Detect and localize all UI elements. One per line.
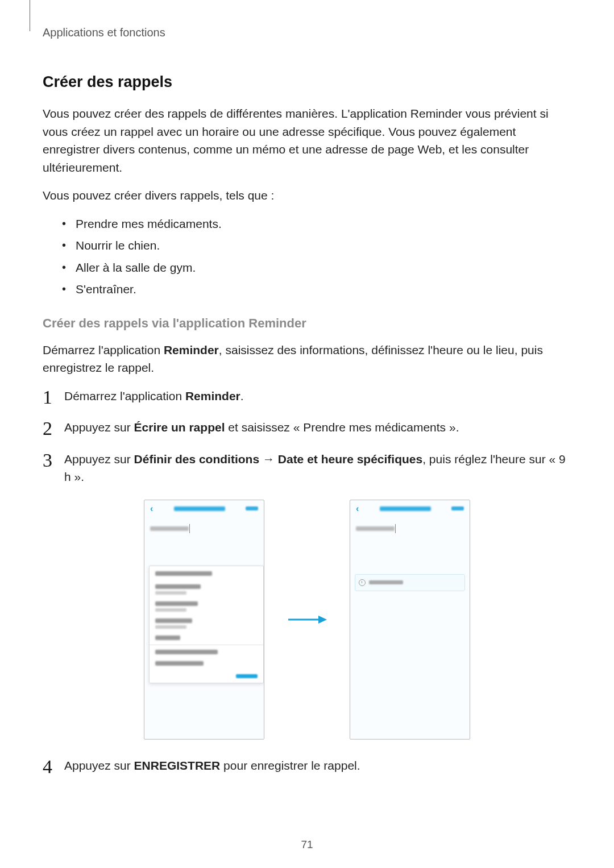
text-blur	[155, 601, 198, 606]
text: Appuyez sur	[64, 759, 134, 772]
text: Démarrez l'application	[64, 389, 185, 402]
text: pour enregistrer le rappel.	[220, 759, 360, 772]
ui-label: Date et heure spécifiques	[278, 452, 422, 466]
step-item: Appuyez sur ENREGISTRER pour enregistrer…	[43, 757, 571, 775]
ui-label: Écrire un rappel	[134, 421, 225, 434]
sub-paragraph: Démarrez l'application Reminder, saisiss…	[43, 341, 571, 377]
text-blur	[155, 584, 201, 589]
section-title: Créer des rappels	[43, 73, 571, 91]
examples-lead: Vous pouvez créer divers rappels, tels q…	[43, 186, 571, 205]
arrow-icon	[287, 614, 327, 625]
list-item: Aller à la salle de gym.	[62, 259, 571, 277]
text-blur	[155, 625, 186, 629]
text: Appuyez sur	[64, 452, 134, 466]
text-blur	[155, 608, 186, 612]
screen-title-blur	[380, 506, 431, 511]
list-item: Prendre mes médicaments.	[62, 215, 571, 234]
popup-option	[150, 598, 263, 615]
phone-screenshot-right: ‹	[350, 500, 470, 740]
text-blur	[155, 650, 218, 654]
side-rule	[30, 0, 30, 31]
document-page: Applications et fonctions Créer des rapp…	[0, 0, 614, 868]
text: Démarrez l'application	[43, 343, 164, 356]
app-name: Reminder	[185, 389, 240, 402]
step-item: Appuyez sur Définir des conditions → Dat…	[43, 450, 571, 486]
arrow-text: →	[259, 452, 278, 466]
text-cursor	[395, 524, 396, 533]
ui-label: ENREGISTRER	[134, 759, 221, 772]
cancel-label-blur	[236, 674, 258, 678]
step-item: Démarrez l'application Reminder.	[43, 387, 571, 405]
popup-title	[150, 566, 263, 581]
list-item: Nourrir le chien.	[62, 236, 571, 255]
input-text-blur	[356, 526, 395, 531]
step-item: Appuyez sur Écrire un rappel et saisisse…	[43, 418, 571, 437]
popup-option	[150, 632, 263, 643]
text-blur	[155, 661, 204, 666]
app-name: Reminder	[164, 343, 219, 356]
text: .	[240, 389, 244, 402]
steps-list-cont: Appuyez sur ENREGISTRER pour enregistrer…	[43, 757, 571, 775]
text-blur	[155, 618, 192, 623]
list-item: S'entraîner.	[62, 280, 571, 299]
reminder-input	[356, 521, 464, 537]
save-label-blur	[246, 506, 258, 510]
text-blur	[155, 636, 180, 640]
popup-option	[150, 581, 263, 598]
back-icon: ‹	[356, 504, 359, 514]
steps-list: Démarrez l'application Reminder. Appuyez…	[43, 387, 571, 486]
save-label-blur	[451, 506, 464, 510]
popup-option	[150, 615, 263, 632]
intro-paragraph: Vous pouvez créer des rappels de différe…	[43, 105, 571, 176]
popup-option	[150, 658, 263, 669]
text-blur	[155, 571, 212, 576]
breadcrumb: Applications et fonctions	[43, 26, 571, 39]
text: Appuyez sur	[64, 421, 134, 434]
subheading: Créer des rappels via l'application Remi…	[43, 316, 571, 331]
page-number: 71	[0, 838, 614, 851]
screen-title-blur	[174, 506, 225, 511]
reminder-input	[150, 521, 258, 537]
examples-list: Prendre mes médicaments. Nourrir le chie…	[43, 215, 571, 299]
popup-option	[150, 646, 263, 658]
back-icon: ‹	[150, 504, 153, 514]
text-blur	[155, 591, 186, 595]
conditions-popup	[149, 566, 264, 683]
chip-text-blur	[369, 580, 403, 584]
clock-icon	[359, 579, 366, 586]
phone-header: ‹	[350, 500, 470, 517]
ui-label: Définir des conditions	[134, 452, 260, 466]
input-text-blur	[150, 526, 189, 531]
datetime-chip	[355, 574, 465, 591]
text-cursor	[189, 524, 190, 533]
phone-header: ‹	[144, 500, 264, 517]
text: et saisissez « Prendre mes médicaments »…	[225, 421, 459, 434]
svg-marker-1	[318, 616, 327, 624]
phone-screenshot-left: ‹	[144, 500, 264, 740]
figure-row: ‹	[43, 500, 571, 740]
divider	[150, 645, 263, 645]
